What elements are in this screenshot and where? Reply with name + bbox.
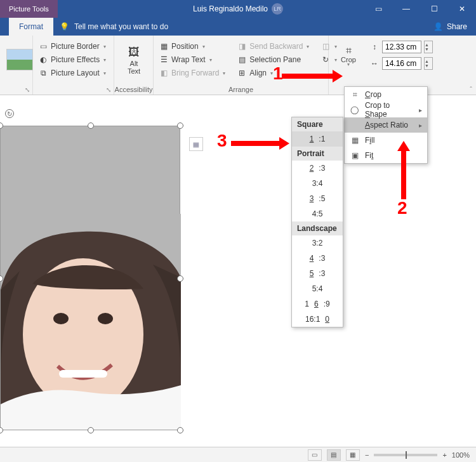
- zoom-in-button[interactable]: +: [442, 451, 446, 459]
- picture-thumb-icon: [6, 49, 33, 70]
- height-spinner[interactable]: ▲▼: [424, 41, 433, 53]
- aspect-5-3[interactable]: 5:3: [292, 266, 343, 281]
- annotation-number-1: 1: [273, 63, 283, 84]
- picture-border-button[interactable]: ▭ Picture Border▾: [37, 41, 110, 52]
- rotate-handle[interactable]: ↻: [5, 109, 14, 118]
- ribbon-collapse-icon[interactable]: ˆ: [470, 86, 472, 93]
- accessibility-group-label: Accessibility: [114, 86, 153, 93]
- layout-icon: ⧉: [38, 68, 48, 78]
- height-input-row: ↕ ▲▼: [369, 41, 433, 53]
- crop-menu-fill[interactable]: ▦Fill: [345, 133, 427, 148]
- width-input[interactable]: [382, 57, 421, 70]
- selection-handle[interactable]: [88, 122, 94, 129]
- chevron-right-icon: ▸: [419, 122, 422, 129]
- selection-handle[interactable]: [177, 275, 183, 282]
- crop-menu-aspect-ratio[interactable]: Aspect Ratio▸: [345, 117, 427, 133]
- picture-border-label: Picture Border: [51, 42, 100, 51]
- aspect-4-3[interactable]: 4:3: [292, 251, 343, 266]
- annotation-number-2: 2: [397, 198, 407, 218]
- minimize-button[interactable]: —: [392, 0, 420, 18]
- selection-handle[interactable]: [0, 427, 3, 433]
- svg-rect-4: [59, 370, 107, 378]
- close-button[interactable]: ✕: [448, 0, 476, 18]
- selection-handle[interactable]: [177, 427, 183, 433]
- aspect-3-5[interactable]: 3:5: [292, 191, 343, 206]
- aspect-ratio-submenu: Square 1:1 Portrait 2:3 3:4 3:5 4:5 Land…: [291, 117, 343, 327]
- tell-me-search[interactable]: 💡 Tell me what you want to do: [53, 22, 175, 31]
- height-icon: ↕: [369, 42, 380, 52]
- aspect-3-4[interactable]: 3:4: [292, 176, 343, 191]
- crop-dropdown-caret[interactable]: ▾: [347, 62, 350, 67]
- picture-layout-label: Picture Layout: [51, 69, 100, 77]
- context-tab-picture-tools: Picture Tools: [0, 0, 58, 18]
- aspect-16-9[interactable]: 16:9: [292, 296, 343, 312]
- selection-pane-label: Selection Pane: [249, 55, 301, 64]
- wrap-text-button[interactable]: ☰Wrap Text▾: [157, 54, 227, 65]
- alt-text-icon: 🖼: [129, 47, 139, 57]
- tell-me-placeholder: Tell me what you want to do: [74, 22, 168, 31]
- share-label: Share: [447, 22, 467, 31]
- align-label: Align: [249, 69, 267, 77]
- shape-icon: ◯: [350, 105, 360, 114]
- send-backward-icon: ◨: [237, 41, 247, 51]
- lightbulb-icon: 💡: [60, 22, 69, 31]
- ribbon-tabs: Format 💡 Tell me what you want to do 👤 S…: [0, 18, 476, 36]
- aspect-2-3[interactable]: 2:3: [292, 161, 343, 176]
- bring-forward-label: Bring Forward: [171, 69, 219, 77]
- picture-styles-dialog-launcher[interactable]: ⤡: [106, 86, 111, 93]
- aspect-16-10[interactable]: 16:10: [292, 312, 343, 327]
- selection-pane-icon: ▤: [237, 55, 247, 65]
- fit-icon: ▣: [350, 151, 360, 160]
- document-title: Luis Reginaldo Medilo LR: [193, 3, 283, 15]
- send-backward-label: Send Backward: [249, 42, 303, 51]
- align-icon: ⊞: [237, 68, 247, 78]
- crop-menu-fit[interactable]: ▣Fit: [345, 148, 427, 163]
- status-bar: ▭ ▤ ▦ − + 100%: [0, 447, 476, 462]
- alt-text-button[interactable]: 🖼 Alt Text: [118, 38, 150, 84]
- width-spinner[interactable]: ▲▼: [424, 57, 433, 70]
- avatar[interactable]: LR: [272, 3, 283, 15]
- aspect-4-5[interactable]: 4:5: [292, 206, 343, 221]
- ribbon-display-options-icon[interactable]: ▭: [364, 0, 392, 18]
- width-icon: ↔: [369, 58, 380, 69]
- zoom-level[interactable]: 100%: [452, 451, 470, 459]
- height-input[interactable]: [382, 41, 421, 53]
- aspect-5-4[interactable]: 5:4: [292, 281, 343, 296]
- share-button[interactable]: 👤 Share: [425, 22, 476, 31]
- arrange-group-label: Arrange: [154, 86, 328, 93]
- zoom-slider[interactable]: [374, 454, 437, 456]
- selected-picture[interactable]: [0, 126, 180, 430]
- selection-handle[interactable]: [0, 122, 3, 129]
- chevron-right-icon: ▸: [419, 107, 422, 114]
- layout-options-button[interactable]: ≣: [189, 137, 203, 151]
- aspect-header-portrait: Portrait: [292, 147, 343, 161]
- aspect-header-square: Square: [292, 117, 343, 131]
- adjust-dialog-launcher[interactable]: ⤡: [25, 86, 30, 93]
- crop-icon: ⌗: [350, 90, 360, 99]
- aspect-header-landscape: Landscape: [292, 221, 343, 235]
- crop-dropdown-menu: ⌗Crop ◯Crop to Shape▸ Aspect Ratio▸ ▦Fil…: [344, 86, 428, 164]
- view-web-layout[interactable]: ▦: [346, 449, 360, 461]
- zoom-out-button[interactable]: −: [365, 451, 369, 459]
- send-backward-button[interactable]: ◨Send Backward▾: [235, 41, 310, 52]
- wrap-text-label: Wrap Text: [171, 55, 206, 64]
- picture-effects-button[interactable]: ◐ Picture Effects▾: [37, 54, 110, 65]
- maximize-button[interactable]: ☐: [420, 0, 448, 18]
- corrections-gallery[interactable]: [4, 38, 36, 84]
- photo-content: [1, 214, 181, 430]
- aspect-1-1[interactable]: 1:1: [292, 131, 343, 147]
- view-read-mode[interactable]: ▭: [308, 449, 322, 461]
- tab-format[interactable]: Format: [9, 18, 53, 36]
- crop-menu-crop[interactable]: ⌗Crop: [345, 87, 427, 102]
- selection-handle[interactable]: [88, 427, 94, 433]
- width-input-row: ↔ ▲▼: [369, 57, 433, 70]
- crop-button[interactable]: ⌗ Crop ▾: [333, 41, 364, 69]
- view-print-layout[interactable]: ▤: [327, 449, 341, 461]
- selection-handle[interactable]: [177, 122, 183, 129]
- crop-menu-crop-to-shape[interactable]: ◯Crop to Shape▸: [345, 102, 427, 117]
- aspect-3-2[interactable]: 3:2: [292, 235, 343, 251]
- picture-effects-label: Picture Effects: [51, 55, 100, 64]
- picture-layout-button[interactable]: ⧉ Picture Layout▾: [37, 67, 110, 79]
- position-button[interactable]: ▦Position▾: [157, 41, 227, 52]
- bring-forward-button[interactable]: ◧Bring Forward▾: [157, 67, 227, 79]
